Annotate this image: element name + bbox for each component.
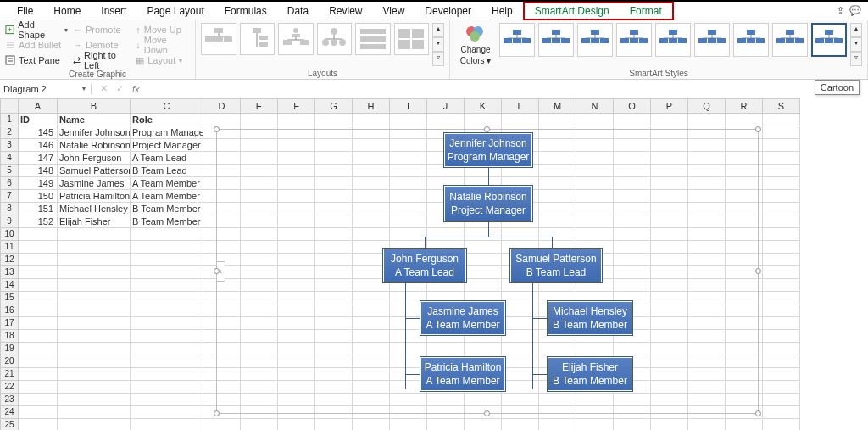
cell-C24[interactable]: [131, 406, 203, 419]
cell-Q25[interactable]: [688, 419, 726, 430]
cell-B14[interactable]: [58, 279, 131, 292]
cell-S3[interactable]: [763, 139, 800, 152]
cell-C1[interactable]: Role: [131, 114, 203, 126]
cell-A4[interactable]: 147: [19, 152, 58, 165]
tab-page-layout[interactable]: Page Layout: [136, 2, 214, 20]
cell-A1[interactable]: ID: [19, 114, 58, 126]
col-header-H[interactable]: H: [353, 98, 390, 114]
cell-M25[interactable]: [539, 419, 576, 430]
col-header-M[interactable]: M: [539, 98, 576, 114]
row-header-14[interactable]: 14: [0, 279, 19, 292]
cell-H25[interactable]: [353, 419, 390, 430]
cell-H1[interactable]: [353, 114, 390, 126]
cell-R25[interactable]: [726, 419, 763, 430]
cell-A10[interactable]: [19, 228, 58, 241]
row-header-7[interactable]: 7: [0, 190, 19, 203]
cell-S18[interactable]: [763, 330, 800, 343]
row-header-23[interactable]: 23: [0, 394, 19, 406]
col-header-G[interactable]: G: [315, 98, 353, 114]
cell-A15[interactable]: [19, 292, 58, 304]
cell-B17[interactable]: [58, 317, 131, 330]
cell-A8[interactable]: 151: [19, 203, 58, 215]
col-header-A[interactable]: A: [19, 98, 58, 114]
tab-view[interactable]: View: [373, 2, 415, 20]
cell-B6[interactable]: Jasmine James: [58, 177, 131, 190]
col-header-B[interactable]: B: [58, 98, 131, 114]
row-header-17[interactable]: 17: [0, 317, 19, 330]
cell-C9[interactable]: B Team Member: [131, 215, 203, 228]
cell-B1[interactable]: Name: [58, 114, 131, 126]
cell-S13[interactable]: [763, 266, 800, 279]
row-header-3[interactable]: 3: [0, 139, 19, 152]
cell-B11[interactable]: [58, 241, 131, 254]
cell-B23[interactable]: [58, 394, 131, 406]
tab-file[interactable]: File: [7, 2, 43, 20]
layout-thumb-1[interactable]: [201, 23, 236, 55]
enter-icon[interactable]: ✓: [116, 83, 124, 94]
org-node-project-manager[interactable]: Natalie RobinsonProject Manager: [444, 186, 532, 221]
row-header-24[interactable]: 24: [0, 406, 19, 419]
row-header-15[interactable]: 15: [0, 292, 19, 304]
cell-C4[interactable]: A Team Lead: [131, 152, 203, 165]
style-thumb-5[interactable]: [655, 23, 691, 57]
cell-A22[interactable]: [19, 381, 58, 394]
tab-format[interactable]: Format: [620, 2, 672, 20]
cell-S2[interactable]: [763, 126, 800, 139]
row-header-2[interactable]: 2: [0, 126, 19, 139]
cell-S14[interactable]: [763, 279, 800, 292]
cell-C22[interactable]: [131, 381, 203, 394]
name-box[interactable]: Diagram 2▼: [0, 84, 92, 94]
cell-S12[interactable]: [763, 254, 800, 266]
cell-J25[interactable]: [427, 419, 465, 430]
cell-O25[interactable]: [614, 419, 651, 430]
cell-A20[interactable]: [19, 355, 58, 368]
cell-S24[interactable]: [763, 406, 800, 419]
cell-D25[interactable]: [203, 419, 241, 430]
cell-N1[interactable]: [576, 114, 614, 126]
cell-C15[interactable]: [131, 292, 203, 304]
cell-B21[interactable]: [58, 368, 131, 381]
cell-S1[interactable]: [763, 114, 800, 126]
style-thumb-4[interactable]: [616, 23, 652, 57]
row-header-11[interactable]: 11: [0, 241, 19, 254]
cell-B7[interactable]: Patricia Hamilton: [58, 190, 131, 203]
org-node-b-member-2[interactable]: Elijah FisherB Team Member: [548, 357, 632, 391]
col-header-N[interactable]: N: [576, 98, 614, 114]
cell-C10[interactable]: [131, 228, 203, 241]
cell-F25[interactable]: [278, 419, 315, 430]
cell-A17[interactable]: [19, 317, 58, 330]
cell-A24[interactable]: [19, 406, 58, 419]
cell-B19[interactable]: [58, 343, 131, 355]
cell-S16[interactable]: [763, 304, 800, 317]
style-thumb-6[interactable]: [694, 23, 730, 57]
cell-F1[interactable]: [278, 114, 315, 126]
cell-B25[interactable]: [58, 419, 131, 430]
row-header-20[interactable]: 20: [0, 355, 19, 368]
tab-review[interactable]: Review: [319, 2, 372, 20]
row-header-9[interactable]: 9: [0, 215, 19, 228]
cell-B3[interactable]: Natalie Robinson: [58, 139, 131, 152]
tab-insert[interactable]: Insert: [91, 2, 136, 20]
cell-C23[interactable]: [131, 394, 203, 406]
row-header-21[interactable]: 21: [0, 368, 19, 381]
tab-home[interactable]: Home: [43, 2, 91, 20]
change-colors-button[interactable]: Change Colors ▾: [455, 23, 496, 66]
org-node-program-manager[interactable]: Jennifer JohnsonProgram Manager: [444, 133, 532, 167]
cell-A23[interactable]: [19, 394, 58, 406]
smartart-frame[interactable]: ‹ Jennifer JohnsonProgram Manager: [216, 129, 759, 414]
cell-B12[interactable]: [58, 254, 131, 266]
layout-thumb-4[interactable]: [317, 23, 353, 55]
cell-A9[interactable]: 152: [19, 215, 58, 228]
cell-B8[interactable]: Michael Hensley: [58, 203, 131, 215]
cell-S22[interactable]: [763, 381, 800, 394]
cell-E25[interactable]: [241, 419, 278, 430]
cell-B9[interactable]: Elijah Fisher: [58, 215, 131, 228]
cell-S17[interactable]: [763, 317, 800, 330]
cell-C2[interactable]: Program Manager: [131, 126, 203, 139]
style-thumb-3[interactable]: [577, 23, 613, 57]
style-thumb-2[interactable]: [538, 23, 574, 57]
row-header-4[interactable]: 4: [0, 152, 19, 165]
layouts-scroll[interactable]: ▴▾▿: [432, 23, 444, 66]
cell-D1[interactable]: [203, 114, 241, 126]
cell-C11[interactable]: [131, 241, 203, 254]
